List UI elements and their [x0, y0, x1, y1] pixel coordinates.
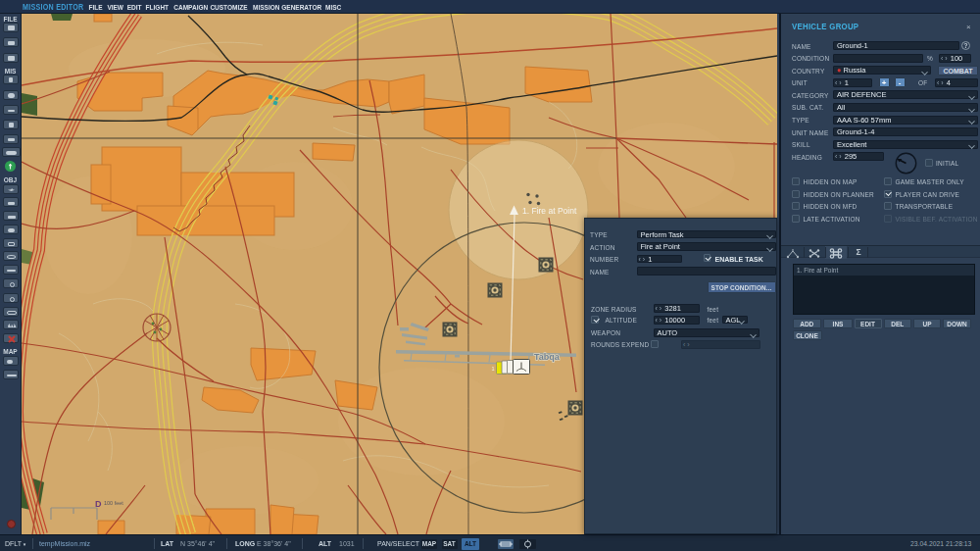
svg-text:1: 1 — [492, 366, 495, 372]
svg-text:Tabqa: Tabqa — [534, 352, 561, 362]
svg-text:100 feet: 100 feet — [104, 500, 123, 506]
svg-text:1. Fire at Point: 1. Fire at Point — [522, 206, 577, 216]
